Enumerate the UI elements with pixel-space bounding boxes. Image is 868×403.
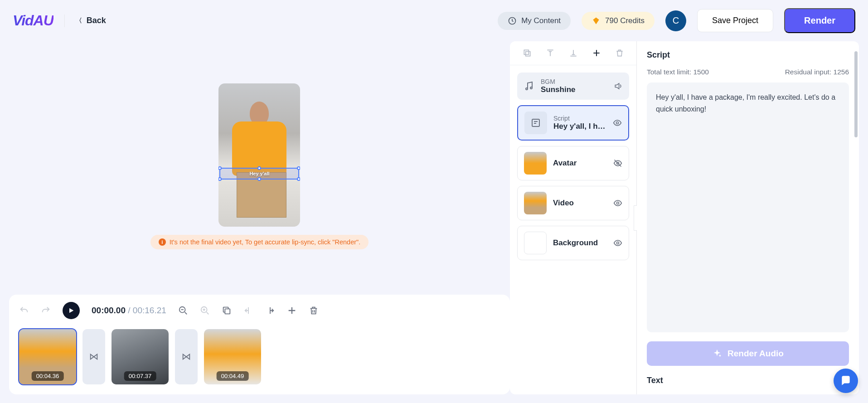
back-button[interactable]: 〈 Back (76, 16, 106, 25)
avatar-label: Avatar (553, 159, 607, 168)
scrollbar[interactable] (854, 51, 858, 137)
background-label: Background (553, 238, 607, 248)
svg-rect-4 (525, 52, 530, 56)
preview-caption: Hey y'all (249, 171, 269, 176)
video-label: Video (553, 199, 607, 208)
undo-icon[interactable] (19, 306, 29, 316)
info-icon: i (159, 238, 166, 246)
render-audio-button[interactable]: Render Audio (647, 341, 849, 366)
timeline: 00:00.00 / 00:16.21 00:04.36 (9, 295, 510, 394)
current-time: 00:00.00 (92, 306, 126, 315)
main: Hey y'all i It's not the final video yet… (0, 41, 868, 403)
script-heading: Script (647, 50, 849, 60)
bgm-value: Sunshine (541, 85, 607, 94)
split-right-icon[interactable] (265, 306, 275, 316)
bgm-label: BGM (541, 78, 607, 85)
svg-rect-5 (524, 50, 529, 54)
eye-off-icon[interactable] (613, 159, 622, 168)
transition-2[interactable] (175, 329, 198, 384)
layer-video[interactable]: Video (517, 186, 629, 220)
divider (64, 15, 65, 27)
delete-layer-icon[interactable] (615, 49, 624, 58)
music-icon (524, 81, 534, 92)
redo-icon[interactable] (41, 306, 51, 316)
svg-rect-3 (225, 309, 230, 314)
render-button[interactable]: Render (784, 8, 855, 33)
time-display: 00:00.00 / 00:16.21 (92, 306, 166, 316)
residual-input: Residual input: 1256 (785, 68, 849, 76)
eye-icon[interactable] (613, 199, 622, 208)
logo[interactable]: VidAU (13, 12, 53, 29)
total-time: 00:16.21 (133, 306, 166, 315)
eye-icon[interactable] (613, 118, 622, 127)
zoom-out-icon[interactable] (178, 306, 188, 316)
diamond-icon (592, 16, 601, 25)
credits-pill[interactable]: 790 Credits (582, 12, 655, 30)
align-bottom-icon[interactable] (569, 49, 578, 58)
eye-icon[interactable] (613, 238, 622, 248)
split-left-icon[interactable] (243, 306, 253, 316)
align-top-icon[interactable] (546, 49, 555, 58)
background-thumb (524, 232, 547, 254)
svg-point-12 (617, 242, 619, 244)
avatar-thumb (524, 152, 547, 175)
clip-1[interactable]: 00:04.36 (19, 329, 76, 384)
render-audio-label: Render Audio (727, 349, 784, 359)
user-avatar[interactable]: C (665, 10, 686, 31)
total-limit: Total text limit: 1500 (647, 68, 709, 76)
transition-1[interactable] (82, 329, 105, 384)
add-icon[interactable] (287, 306, 297, 316)
back-label: Back (87, 16, 106, 25)
timeline-controls: 00:00.00 / 00:16.21 (19, 302, 500, 319)
zoom-in-icon[interactable] (200, 306, 210, 316)
play-icon (68, 307, 75, 314)
svg-point-11 (617, 202, 619, 204)
render-warning: i It's not the final video yet, To get a… (150, 235, 369, 249)
my-content-label: My Content (521, 16, 561, 25)
clock-icon (508, 16, 517, 25)
text-section-heading: Text (647, 376, 849, 385)
script-panel: Script Total text limit: 1500 Residual i… (637, 41, 859, 394)
warning-text: It's not the final video yet, To get acc… (170, 238, 360, 246)
clip-2[interactable]: 00:07.37 (112, 329, 169, 384)
layers-panel: BGM Sunshine Script Hey y'all, I ha… Ava… (510, 41, 637, 394)
video-thumb (524, 192, 547, 214)
caption-selection-box[interactable]: Hey y'all (219, 168, 299, 180)
delete-icon[interactable] (309, 306, 319, 316)
my-content-button[interactable]: My Content (498, 12, 571, 30)
layer-script[interactable]: Script Hey y'all, I ha… (517, 105, 629, 141)
chevron-left-icon: 〈 (76, 17, 82, 25)
svg-point-6 (526, 88, 528, 90)
left-pane: Hey y'all i It's not the final video yet… (9, 41, 510, 394)
svg-point-9 (616, 122, 619, 124)
script-textarea[interactable]: Hey y'all, I have a package, I'm really … (647, 83, 849, 332)
clips-row: 00:04.36 00:07.37 00:04.49 (19, 329, 500, 384)
layers-toolbar (510, 41, 636, 65)
copy-icon[interactable] (222, 306, 232, 316)
duplicate-layer-icon[interactable] (523, 49, 532, 58)
preview-area: Hey y'all i It's not the final video yet… (150, 41, 369, 291)
video-preview[interactable]: Hey y'all (218, 83, 300, 227)
script-value: Hey y'all, I ha… (553, 122, 606, 131)
clip-3-duration: 00:04.49 (217, 371, 249, 381)
text-limits: Total text limit: 1500 Residual input: 1… (647, 68, 849, 76)
layer-bgm[interactable]: BGM Sunshine (517, 73, 629, 100)
layer-avatar[interactable]: Avatar (517, 146, 629, 180)
script-label: Script (553, 115, 606, 122)
layer-background[interactable]: Background (517, 226, 629, 260)
clip-2-duration: 00:07.37 (124, 371, 156, 381)
layer-list: BGM Sunshine Script Hey y'all, I ha… Ava… (510, 65, 636, 267)
clip-1-duration: 00:04.36 (32, 371, 64, 381)
header: VidAU 〈 Back My Content 790 Credits C Sa… (0, 0, 868, 41)
clip-3[interactable]: 00:04.49 (204, 329, 261, 384)
save-project-button[interactable]: Save Project (697, 9, 773, 32)
sparkle-icon (712, 349, 722, 359)
speaker-icon[interactable] (614, 82, 623, 91)
credits-label: 790 Credits (605, 16, 645, 25)
play-button[interactable] (63, 302, 80, 319)
add-layer-icon[interactable] (592, 49, 601, 58)
chat-icon (840, 375, 852, 387)
script-icon (524, 112, 547, 134)
svg-point-7 (530, 87, 532, 89)
chat-button[interactable] (834, 369, 858, 393)
